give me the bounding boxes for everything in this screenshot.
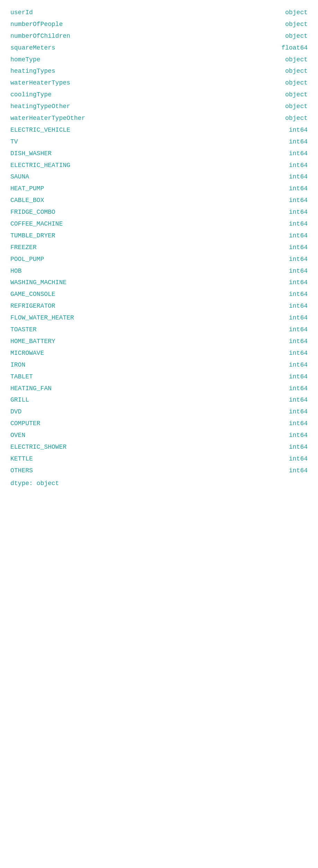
field-type: int64 xyxy=(231,242,308,254)
field-type: int64 xyxy=(231,289,308,300)
field-type: int64 xyxy=(231,136,308,148)
table-row: OVENint64 xyxy=(10,430,308,441)
table-row: homeTypeobject xyxy=(10,54,308,66)
field-name: GAME_CONSOLE xyxy=(10,289,231,300)
field-name: DVD xyxy=(10,406,231,418)
field-name: numberOfChildren xyxy=(10,30,231,42)
field-type: int64 xyxy=(231,336,308,348)
field-name: CABLE_BOX xyxy=(10,195,231,207)
field-type: int64 xyxy=(231,160,308,172)
field-name: DISH_WASHER xyxy=(10,148,231,160)
field-name: HEAT_PUMP xyxy=(10,183,231,195)
table-row: HOBint64 xyxy=(10,265,308,277)
field-name: REFRIGERATOR xyxy=(10,300,231,312)
table-row: DVDint64 xyxy=(10,406,308,418)
field-name: POOL_PUMP xyxy=(10,254,231,265)
table-row: ELECTRIC_SHOWERint64 xyxy=(10,441,308,453)
field-name: HOME_BATTERY xyxy=(10,336,231,348)
table-row: OTHERSint64 xyxy=(10,465,308,477)
table-row: coolingTypeobject xyxy=(10,89,308,101)
field-name: ELECTRIC_VEHICLE xyxy=(10,124,231,136)
table-row: numberOfChildrenobject xyxy=(10,30,308,42)
table-row: REFRIGERATORint64 xyxy=(10,300,308,312)
field-name: TOASTER xyxy=(10,324,231,336)
field-name: numberOfPeople xyxy=(10,19,231,30)
table-row: HOME_BATTERYint64 xyxy=(10,336,308,348)
field-name: ELECTRIC_HEATING xyxy=(10,160,231,172)
field-type: int64 xyxy=(231,441,308,453)
field-type: int64 xyxy=(231,465,308,477)
field-name: COMPUTER xyxy=(10,418,231,430)
field-name: FLOW_WATER_HEATER xyxy=(10,312,231,324)
field-name: FREEZER xyxy=(10,242,231,254)
table-row: HEAT_PUMPint64 xyxy=(10,183,308,195)
field-name: coolingType xyxy=(10,89,231,101)
table-row: MICROWAVEint64 xyxy=(10,348,308,359)
field-name: WASHING_MACHINE xyxy=(10,277,231,289)
table-row: waterHeaterTypesobject xyxy=(10,77,308,89)
field-type: object xyxy=(231,19,308,30)
field-type: int64 xyxy=(231,230,308,242)
field-type: int64 xyxy=(231,394,308,406)
field-type: int64 xyxy=(231,383,308,395)
table-row: heatingTypeOtherobject xyxy=(10,101,308,113)
field-type: object xyxy=(231,65,308,77)
field-name: TV xyxy=(10,136,231,148)
field-type: int64 xyxy=(231,148,308,160)
field-type: int64 xyxy=(231,195,308,207)
table-row: TVint64 xyxy=(10,136,308,148)
table-row: TOASTERint64 xyxy=(10,324,308,336)
field-type: object xyxy=(231,101,308,113)
field-type: int64 xyxy=(231,406,308,418)
field-type: object xyxy=(231,7,308,19)
table-row: FLOW_WATER_HEATERint64 xyxy=(10,312,308,324)
field-type: int64 xyxy=(231,453,308,465)
field-name: FRIDGE_COMBO xyxy=(10,207,231,218)
field-name: KETTLE xyxy=(10,453,231,465)
table-row: ELECTRIC_VEHICLEint64 xyxy=(10,124,308,136)
field-name: heatingTypeOther xyxy=(10,101,231,113)
field-name: GRILL xyxy=(10,394,231,406)
field-type: int64 xyxy=(231,418,308,430)
table-row: userIdobject xyxy=(10,7,308,19)
field-name: HOB xyxy=(10,265,231,277)
field-name: userId xyxy=(10,7,231,19)
field-name: TABLET xyxy=(10,371,231,383)
table-row: squareMetersfloat64 xyxy=(10,42,308,54)
table-row: TABLETint64 xyxy=(10,371,308,383)
field-type: int64 xyxy=(231,218,308,230)
field-type: int64 xyxy=(231,124,308,136)
field-type: float64 xyxy=(231,42,308,54)
field-type: int64 xyxy=(231,430,308,441)
table-row: FREEZERint64 xyxy=(10,242,308,254)
field-name: COFFEE_MACHINE xyxy=(10,218,231,230)
field-type: int64 xyxy=(231,312,308,324)
field-name: waterHeaterTypes xyxy=(10,77,231,89)
field-type: int64 xyxy=(231,171,308,183)
table-row: CABLE_BOXint64 xyxy=(10,195,308,207)
field-type: object xyxy=(231,54,308,66)
field-type: object xyxy=(231,77,308,89)
field-type: int64 xyxy=(231,277,308,289)
table-row: COFFEE_MACHINEint64 xyxy=(10,218,308,230)
field-name: waterHeaterTypeOther xyxy=(10,113,231,124)
table-row: GAME_CONSOLEint64 xyxy=(10,289,308,300)
data-type-table: userIdobjectnumberOfPeopleobjectnumberOf… xyxy=(10,7,308,477)
table-row: POOL_PUMPint64 xyxy=(10,254,308,265)
field-type: int64 xyxy=(231,265,308,277)
field-type: int64 xyxy=(231,183,308,195)
field-name: OVEN xyxy=(10,430,231,441)
table-row: IRONint64 xyxy=(10,359,308,371)
table-row: TUMBLE_DRYERint64 xyxy=(10,230,308,242)
table-row: numberOfPeopleobject xyxy=(10,19,308,30)
field-type: int64 xyxy=(231,348,308,359)
field-name: TUMBLE_DRYER xyxy=(10,230,231,242)
table-row: GRILLint64 xyxy=(10,394,308,406)
field-type: object xyxy=(231,30,308,42)
field-type: object xyxy=(231,113,308,124)
table-row: SAUNAint64 xyxy=(10,171,308,183)
field-type: int64 xyxy=(231,254,308,265)
table-row: heatingTypesobject xyxy=(10,65,308,77)
field-name: SAUNA xyxy=(10,171,231,183)
table-row: ELECTRIC_HEATINGint64 xyxy=(10,160,308,172)
